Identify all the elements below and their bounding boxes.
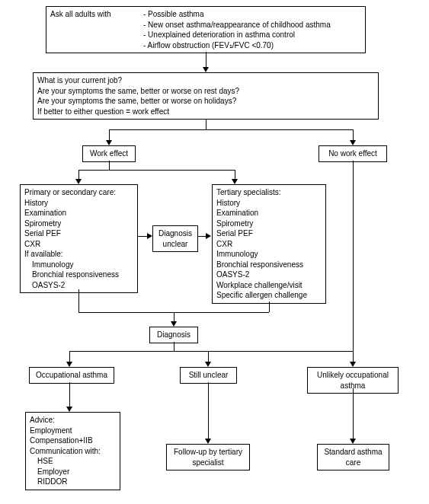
- if-available: If available:: [24, 249, 133, 260]
- arrowhead-icon: [205, 362, 211, 367]
- item: Serial PEF: [216, 228, 322, 239]
- box-tertiary: Tertiary specialists: History Examinatio…: [212, 184, 326, 304]
- item: Unexplained deterioration in asthma cont…: [143, 30, 331, 40]
- connector: [69, 351, 353, 352]
- title: Tertiary specialists:: [216, 187, 322, 198]
- item: Bronchial responsiveness: [24, 270, 133, 280]
- box-still-unclear: Still unclear: [180, 367, 237, 384]
- item: Specific allergen challenge: [216, 290, 322, 301]
- label: Diagnosis: [157, 330, 190, 339]
- line: Compensation+IIB: [30, 435, 116, 446]
- item: Spirometry: [24, 219, 133, 229]
- label: Unlikely occupational asthma: [317, 371, 389, 390]
- connector: [109, 129, 353, 130]
- box-followup: Follow-up by tertiary specialist: [166, 444, 250, 471]
- item: History: [24, 198, 133, 209]
- label: Follow-up by tertiary specialist: [174, 448, 242, 467]
- item: OASYS-2: [216, 270, 322, 280]
- label: Work effect: [90, 149, 128, 158]
- connector: [198, 236, 206, 237]
- connector: [206, 52, 206, 67]
- line: Employment: [30, 426, 116, 436]
- question-line: What is your current job?: [37, 75, 374, 86]
- connector: [269, 301, 270, 312]
- question-line: Are your symptoms the same, better or wo…: [37, 96, 374, 107]
- arrowhead-icon: [66, 362, 72, 367]
- item: OASYS-2: [24, 280, 133, 291]
- item: CXR: [24, 239, 133, 250]
- item: History: [216, 198, 322, 209]
- connector: [78, 289, 79, 312]
- arrowhead-icon: [171, 321, 177, 327]
- arrowhead-icon: [350, 362, 356, 367]
- box-primary-care: Primary or secondary care: History Exami…: [20, 184, 138, 293]
- arrowhead-icon: [106, 140, 112, 145]
- connector: [109, 161, 110, 170]
- box-diagnosis: Diagnosis: [149, 327, 198, 343]
- connector: [78, 170, 235, 171]
- connector: [206, 119, 206, 129]
- connector: [109, 129, 110, 140]
- item: Possible asthma: [143, 9, 331, 20]
- box-questions: What is your current job? Are your sympt…: [33, 72, 379, 120]
- item: Spirometry: [216, 219, 322, 229]
- arrowhead-icon: [206, 233, 211, 239]
- item: New onset asthma/reappearance of childho…: [143, 20, 331, 30]
- item: Workplace challenge/visit: [216, 280, 322, 291]
- connector: [208, 351, 209, 362]
- line: Advice:: [30, 415, 116, 426]
- connector: [208, 382, 209, 439]
- question-line: If better to either question = work effe…: [37, 107, 374, 117]
- flowchart: Ask all adults with Possible asthma New …: [6, 6, 423, 498]
- connector: [78, 170, 79, 179]
- sub: RIDDOR: [30, 477, 116, 487]
- arrowhead-icon: [205, 439, 211, 444]
- arrowhead-icon: [147, 233, 152, 239]
- title: Primary or secondary care:: [24, 187, 133, 198]
- box-diagnosis-unclear: Diagnosis unclear: [152, 225, 198, 252]
- connector: [353, 129, 354, 140]
- connector: [69, 382, 70, 407]
- box-advice: Advice: Employment Compensation+IIB Comm…: [25, 412, 120, 490]
- item: Immunology: [216, 249, 322, 260]
- label: Diagnosis unclear: [158, 229, 192, 248]
- item: Examination: [24, 208, 133, 219]
- label: Still unclear: [189, 371, 229, 379]
- arrowhead-icon: [350, 439, 356, 444]
- connector: [353, 388, 354, 439]
- arrowhead-icon: [203, 67, 209, 72]
- item: CXR: [216, 239, 322, 250]
- label: Standard asthma care: [324, 448, 382, 467]
- box-ask-adults: Ask all adults with Possible asthma New …: [46, 6, 366, 53]
- ask-adults-lead: Ask all adults with: [50, 9, 142, 50]
- connector: [353, 161, 354, 362]
- label: Occupational asthma: [36, 371, 107, 379]
- item: Bronchial responsiveness: [216, 260, 322, 270]
- connector: [138, 236, 147, 237]
- ask-adults-items: Possible asthma New onset asthma/reappea…: [142, 9, 331, 50]
- item: Serial PEF: [24, 228, 133, 239]
- arrowhead-icon: [232, 179, 238, 184]
- connector: [235, 170, 235, 179]
- connector: [69, 351, 70, 362]
- item: Examination: [216, 208, 322, 219]
- sub: Employer: [30, 467, 116, 477]
- arrowhead-icon: [66, 407, 72, 412]
- label: No work effect: [328, 149, 377, 158]
- box-standard-care: Standard asthma care: [317, 444, 389, 471]
- item: Immunology: [24, 260, 133, 270]
- sub: HSE: [30, 456, 116, 467]
- box-work-effect: Work effect: [82, 145, 136, 162]
- box-occupational-asthma: Occupational asthma: [29, 367, 114, 384]
- question-line: Are your symptoms the same, better or wo…: [37, 86, 374, 97]
- box-no-work-effect: No work effect: [319, 145, 387, 162]
- arrowhead-icon: [350, 140, 356, 145]
- line: Communication with:: [30, 446, 116, 457]
- connector: [174, 312, 174, 321]
- connector: [174, 342, 174, 351]
- arrowhead-icon: [75, 179, 82, 184]
- item: Airflow obstruction (FEV₁/FVC <0.70): [143, 40, 331, 51]
